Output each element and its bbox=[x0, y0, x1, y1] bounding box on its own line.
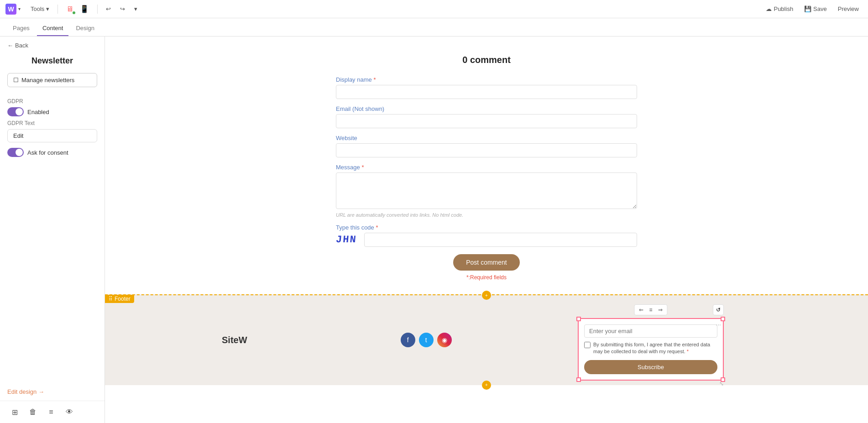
display-name-label: Display name * bbox=[336, 76, 637, 83]
newsletter-subscribe-btn[interactable]: Subscribe bbox=[584, 360, 717, 374]
consent-toggle-row: Ask for consent bbox=[7, 148, 97, 157]
facebook-icon[interactable]: f bbox=[401, 333, 415, 347]
sidebar: ← Back Newsletter ☐ Manage newsletters G… bbox=[0, 37, 105, 423]
required-mark: * bbox=[373, 76, 376, 83]
display-name-group: Display name * bbox=[336, 76, 637, 99]
twitter-icon[interactable]: t bbox=[419, 333, 434, 347]
newsletter-consent-checkbox[interactable] bbox=[584, 342, 591, 348]
message-textarea[interactable] bbox=[336, 172, 637, 209]
captcha-row: JHN bbox=[336, 233, 637, 247]
align-right-btn[interactable]: ⇒ bbox=[656, 306, 664, 314]
url-note: URL are automatically converted into lin… bbox=[336, 212, 637, 218]
gdpr-text-label: GDPR Text bbox=[7, 120, 97, 126]
toggle-thumb bbox=[16, 108, 23, 115]
separator-2 bbox=[97, 5, 98, 14]
footer-section: ⠿ Footer + SiteW f t ◉ ⇐ ≡ bbox=[105, 294, 868, 385]
comment-title: 0 comment bbox=[336, 55, 637, 65]
back-label: Back bbox=[15, 42, 28, 49]
save-icon: 💾 bbox=[804, 5, 811, 12]
post-btn-row: Post comment bbox=[336, 254, 637, 271]
tab-pages[interactable]: Pages bbox=[7, 21, 35, 36]
logo-icon: W bbox=[5, 4, 16, 15]
footer-brand: SiteW bbox=[222, 335, 247, 345]
footer-label: ⠿ Footer bbox=[105, 295, 134, 303]
sidebar-bottom-icons: ⊞ 🗑 ≡ 👁 bbox=[0, 401, 105, 423]
edit-design-label: Edit design → bbox=[7, 388, 44, 395]
desktop-device-btn[interactable]: 🖥 bbox=[63, 3, 76, 15]
tab-content[interactable]: Content bbox=[37, 21, 69, 36]
device-toggle-group: 🖥 📱 bbox=[63, 3, 92, 15]
save-label: Save bbox=[813, 5, 827, 12]
email-input[interactable] bbox=[336, 114, 637, 128]
consent-toggle[interactable] bbox=[7, 148, 24, 157]
add-block-icon[interactable]: ⊞ bbox=[7, 405, 22, 419]
newsletter-widget: ⇐ ≡ ⇒ ↺ ··· bbox=[578, 318, 724, 381]
resize-handle-tl[interactable] bbox=[576, 317, 581, 321]
align-left-btn[interactable]: ⇐ bbox=[637, 306, 645, 314]
message-label: Message * bbox=[336, 164, 637, 171]
more-history-btn[interactable]: ▾ bbox=[131, 4, 140, 14]
enabled-toggle[interactable] bbox=[7, 107, 24, 116]
newsletter-email-input[interactable] bbox=[584, 324, 717, 338]
align-center-btn[interactable]: ≡ bbox=[647, 306, 654, 314]
edit-label: Edit bbox=[13, 132, 23, 139]
message-group: Message * URL are automatically converte… bbox=[336, 164, 637, 218]
captcha-label: Type this code * bbox=[336, 224, 637, 231]
preview-label: Preview bbox=[838, 5, 859, 12]
sidebar-header: ← Back bbox=[0, 37, 105, 52]
captcha-group: Type this code * JHN bbox=[336, 224, 637, 247]
separator-1 bbox=[58, 5, 58, 14]
website-label: Website bbox=[336, 135, 637, 141]
visibility-icon[interactable]: 👁 bbox=[62, 405, 77, 419]
footer-drag-icon: ⠿ bbox=[109, 296, 113, 302]
post-comment-btn[interactable]: Post comment bbox=[453, 254, 519, 271]
tab-bar: Pages Content Design bbox=[0, 18, 868, 37]
logo[interactable]: W ▾ bbox=[5, 4, 21, 15]
website-group: Website bbox=[336, 135, 637, 157]
ask-consent-label: Ask for consent bbox=[27, 149, 68, 156]
widget-alignment-toolbar: ⇐ ≡ ⇒ bbox=[634, 304, 667, 315]
message-required: * bbox=[361, 164, 364, 171]
newsletter-consent-text: By submitting this form, I agree that th… bbox=[593, 341, 717, 355]
more-history-icon: ▾ bbox=[134, 5, 137, 12]
tools-menu[interactable]: Tools ▾ bbox=[28, 4, 52, 14]
manage-newsletters-btn[interactable]: ☐ Manage newsletters bbox=[7, 73, 97, 87]
footer-top-handle[interactable]: + bbox=[482, 291, 491, 300]
tab-design[interactable]: Design bbox=[70, 21, 99, 36]
logo-chevron-icon: ▾ bbox=[18, 6, 21, 11]
email-group: Email (Not shown) bbox=[336, 105, 637, 128]
captcha-code: JHN bbox=[335, 234, 357, 245]
website-input[interactable] bbox=[336, 143, 637, 157]
gdpr-edit-btn[interactable]: Edit bbox=[7, 129, 97, 142]
resize-handle-bl[interactable] bbox=[576, 377, 581, 382]
instagram-icon[interactable]: ◉ bbox=[437, 333, 452, 347]
publish-btn[interactable]: ☁ Publish bbox=[762, 4, 797, 14]
save-btn[interactable]: 💾 Save bbox=[800, 4, 831, 14]
enabled-label: Enabled bbox=[27, 109, 49, 115]
resize-handle-tr[interactable] bbox=[721, 317, 725, 321]
footer-content: SiteW f t ◉ ⇐ ≡ ⇒ ↺ ··· bbox=[213, 295, 760, 385]
required-fields-note: *:Required fields bbox=[336, 274, 637, 281]
captcha-required: * bbox=[376, 224, 378, 231]
comment-section: 0 comment Display name * Email (Not show… bbox=[327, 37, 646, 294]
toolbar-right: ☁ Publish 💾 Save Preview bbox=[762, 4, 863, 14]
footer-bottom-handle[interactable]: + bbox=[482, 381, 491, 390]
captcha-input[interactable] bbox=[364, 233, 637, 247]
resize-icon[interactable]: ⤡ bbox=[719, 381, 724, 387]
back-btn[interactable]: ← Back bbox=[7, 42, 28, 49]
delete-icon[interactable]: 🗑 bbox=[26, 405, 40, 419]
active-device-indicator bbox=[73, 11, 75, 14]
edit-design-link[interactable]: Edit design → bbox=[0, 383, 105, 401]
undo-btn[interactable]: ↩ bbox=[103, 4, 114, 14]
widget-reset-btn[interactable]: ↺ bbox=[713, 304, 724, 315]
main-layout: ← Back Newsletter ☐ Manage newsletters G… bbox=[0, 37, 868, 423]
mobile-device-btn[interactable]: 📱 bbox=[77, 3, 92, 15]
newsletter-consent-row: By submitting this form, I agree that th… bbox=[584, 341, 717, 355]
preview-btn[interactable]: Preview bbox=[834, 4, 863, 14]
layers-icon[interactable]: ≡ bbox=[44, 405, 58, 419]
display-name-input[interactable] bbox=[336, 85, 637, 99]
newsletter-title: Newsletter bbox=[0, 52, 105, 73]
redo-btn[interactable]: ↪ bbox=[117, 4, 128, 14]
gdpr-label: GDPR bbox=[7, 98, 97, 104]
widget-more-btn[interactable]: ··· bbox=[716, 321, 721, 328]
